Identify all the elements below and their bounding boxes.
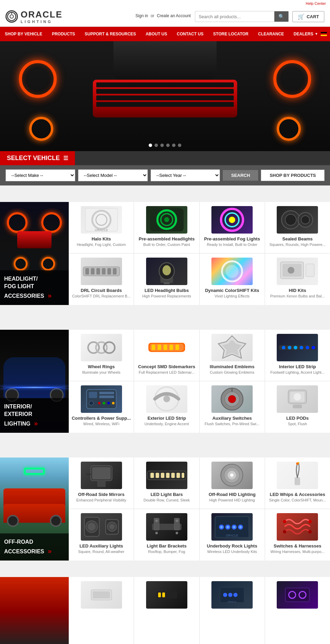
svg-rect-81	[161, 473, 164, 478]
product-drl-boards[interactable]: DRL Circuit Boards ColorSHIFT DRL Replac…	[69, 253, 134, 305]
svg-point-117	[308, 520, 312, 523]
vehicle-shop-button[interactable]: SHOP BY PRODUCTS	[261, 170, 324, 181]
emblems-sub: Custom Glowing Emblems	[210, 370, 254, 374]
carousel-dot-4[interactable]	[166, 144, 170, 147]
create-account-link[interactable]: Create an Account	[157, 13, 191, 18]
product-exterior-led-strip[interactable]: Exterior LED Strip Underbody, Engine Acc…	[134, 381, 199, 433]
nav-support[interactable]: SUPPORT & RESOURCES	[80, 27, 141, 41]
product-last-1[interactable]	[69, 577, 134, 644]
product-switches-harnesses[interactable]: Switches & Harnesses Wiring Harnesses, M…	[265, 509, 330, 561]
svg-rect-3	[85, 208, 117, 231]
svg-point-103	[176, 520, 178, 522]
product-halo-kits[interactable]: ORACLE Halo Kits Headlight, Fog Light, C…	[69, 202, 134, 253]
svg-point-126	[223, 593, 227, 597]
headlight-banner[interactable]: HEADLIGHT/ FOG LIGHT ACCESSORIES »	[0, 202, 69, 305]
model-select[interactable]: --Select Model --	[78, 169, 148, 181]
last-banner-partial[interactable]	[0, 577, 69, 644]
product-preassembled-headlights[interactable]: Pre-assembled Headlights Built to Order,…	[134, 202, 199, 253]
carousel-dot-5[interactable]	[172, 144, 176, 147]
help-center-link[interactable]: Help Center	[306, 1, 326, 5]
svg-point-49	[288, 346, 292, 349]
product-last-4[interactable]	[265, 577, 330, 644]
product-led-pods[interactable]: LED PODs Spot, Flush	[265, 381, 330, 433]
hero-banner	[0, 41, 330, 151]
product-hid-kits[interactable]: HID Kits Premium Xenon Bulbs and Bal...	[265, 253, 330, 305]
product-emblems[interactable]: Illuminated Emblems Custom Glowing Emble…	[200, 330, 265, 381]
svg-point-17	[301, 216, 310, 224]
signin-link[interactable]: Sign in	[135, 13, 148, 18]
nav-products[interactable]: PRODUCTS	[47, 27, 80, 41]
led-light-bars-image	[146, 462, 187, 489]
wheel-rings-image	[81, 334, 122, 361]
product-wheel-rings[interactable]: Wheel Rings Illuminate your Wheels	[69, 330, 134, 381]
vehicle-search-button[interactable]: SEARCH	[223, 170, 258, 181]
offroad-banner[interactable]: OFF-ROAD ACCESSORIES »	[0, 457, 69, 561]
svg-rect-23	[107, 268, 111, 275]
svg-point-34	[288, 267, 295, 274]
carousel-dot-6[interactable]	[178, 144, 182, 147]
led-pods-name: LED PODs	[286, 416, 309, 421]
product-last-3[interactable]: ORACLE	[200, 577, 265, 644]
svg-rect-72	[293, 405, 302, 408]
cart-label: CART	[307, 14, 319, 19]
switches-harnesses-name: Switches & Harnesses	[274, 543, 321, 549]
product-colorshift-kits[interactable]: Dynamic ColorSHIFT Kits Vivid Lighting E…	[200, 253, 265, 305]
svg-point-104	[155, 532, 158, 534]
hero-ring-left-bottom	[29, 117, 53, 141]
led-pods-sub: Spot, Flush	[288, 422, 307, 426]
product-offroad-hid[interactable]: Off-Road HID Lighting High Powered HID L…	[200, 457, 265, 509]
product-led-headlight-bulbs[interactable]: LED Headlight Bulbs High Powered Replace…	[134, 253, 199, 305]
svg-rect-22	[102, 268, 106, 275]
carousel-dot-1[interactable]	[149, 144, 152, 147]
nav-dealers[interactable]: DEALERS ▼	[289, 27, 330, 41]
nav-about[interactable]: ABOUT US	[141, 27, 172, 41]
product-offroad-mirrors[interactable]: Off-Road Side Mirrors Enhanced Periphera…	[69, 457, 134, 509]
svg-point-127	[228, 593, 232, 597]
product-underbody-rock-lights[interactable]: ORACLE Underbody Rock Lights Wireless LE…	[200, 509, 265, 561]
led-headlight-bulbs-sub: High Powered Replacements	[142, 294, 191, 298]
nav-clearance[interactable]: CLEARANCE	[253, 27, 289, 41]
svg-rect-83	[171, 473, 175, 478]
product-aux-switches[interactable]: Auxiliary Switches Flush Switches, Pre-W…	[200, 381, 265, 433]
divider-1	[0, 185, 330, 194]
interior-banner[interactable]: INTERIOR/ EXTERIOR LIGHTING »	[0, 330, 69, 433]
product-led-light-bars[interactable]: LED Light Bars Double Row, Curved, Sleek	[134, 457, 199, 509]
carousel-dot-2[interactable]	[155, 144, 158, 147]
logo[interactable]: ORACLE LIGHTING	[6, 10, 63, 24]
product-smd-sidemarkers[interactable]: Concept SMD Sidemarkers Full Replacement…	[134, 330, 199, 381]
product-light-bar-brackets[interactable]: Light Bar Brackets Rooftop, Bumper, Fog	[134, 509, 199, 561]
led-whips-name: LED Whips & Accessories	[270, 492, 325, 497]
product-sealed-beams[interactable]: Sealed Beams Squares, Rounds, High Power…	[265, 202, 330, 253]
cart-button[interactable]: 🛒 CART	[292, 11, 324, 22]
search-icon: 🔍	[278, 14, 284, 19]
make-select[interactable]: --Select Make --	[6, 169, 75, 181]
logo-text-block: ORACLE LIGHTING	[21, 10, 63, 24]
wheel-rings-name: Wheel Rings	[88, 364, 115, 369]
product-controllers[interactable]: Controllers & Power Supp... Wired, Wirel…	[69, 381, 134, 433]
search-input[interactable]	[195, 12, 274, 22]
product-aux-lights[interactable]: LED Auxiliary Lights Square, Round, All-…	[69, 509, 134, 561]
smd-sidemarkers-name: Concept SMD Sidemarkers	[138, 364, 195, 369]
svg-rect-80	[156, 473, 159, 478]
search-button[interactable]: 🔍	[274, 11, 288, 22]
preassembled-headlights-name: Pre-assembled Headlights	[139, 236, 195, 241]
interior-products-grid: Wheel Rings Illuminate your Wheels Conce…	[69, 330, 330, 433]
hid-kits-name: HID Kits	[289, 288, 306, 293]
nav-store-locator[interactable]: STORE LOCATOR	[208, 27, 253, 41]
product-preassembled-fog[interactable]: Pre-assembled Fog Lights Ready to Instal…	[200, 202, 265, 253]
section-offroad: OFF-ROAD ACCESSORIES » Off-Road Side Mir…	[0, 457, 330, 561]
product-last-2[interactable]	[134, 577, 199, 644]
svg-rect-84	[176, 473, 180, 478]
svg-rect-57	[99, 396, 114, 398]
auth-links: Sign in or Create an Account	[135, 13, 191, 18]
year-select[interactable]: --Select Year --	[151, 169, 220, 181]
product-led-whips[interactable]: LED Whips & Accessories Single Color, Co…	[265, 457, 330, 509]
sealed-beams-name: Sealed Beams	[282, 236, 312, 241]
svg-rect-74	[92, 467, 111, 479]
nav-contact[interactable]: CONTACT US	[172, 27, 208, 41]
hid-kits-sub: Premium Xenon Bulbs and Bal...	[270, 294, 325, 298]
carousel-dot-3[interactable]	[161, 144, 164, 147]
nav-shop-by-vehicle[interactable]: SHOP BY VEHICLE	[0, 27, 47, 41]
product-interior-led-strip[interactable]: Interior LED Strip Footwell Lighting, Ac…	[265, 330, 330, 381]
svg-rect-85	[182, 473, 184, 478]
